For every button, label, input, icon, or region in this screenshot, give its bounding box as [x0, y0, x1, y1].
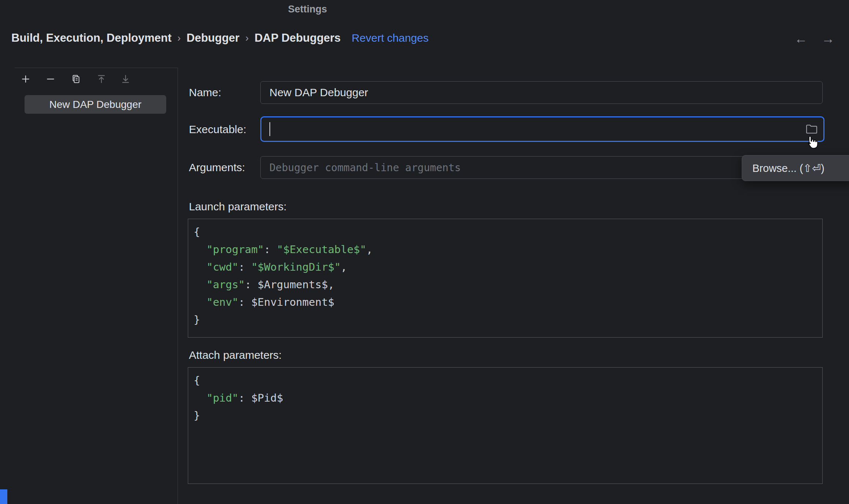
browse-tooltip: Browse... (⇧⏎) [742, 155, 849, 181]
move-up-button[interactable] [94, 72, 109, 86]
panel-top-divider [15, 68, 178, 68]
name-input[interactable] [261, 82, 822, 104]
move-down-icon [120, 74, 131, 84]
window-title: Settings [288, 4, 327, 15]
breadcrumb-item-build-execution-deployment[interactable]: Build, Execution, Deployment [11, 31, 172, 45]
remove-button[interactable] [43, 72, 58, 86]
debugger-list-item-selected[interactable]: New DAP Debugger [25, 95, 166, 114]
executable-field [260, 116, 824, 142]
breadcrumb: Build, Execution, Deployment › Debugger … [11, 31, 429, 45]
back-icon[interactable]: ← [794, 32, 808, 45]
text-caret [269, 122, 270, 136]
arguments-input[interactable] [261, 157, 822, 178]
add-icon [20, 74, 31, 84]
arguments-field [260, 156, 823, 179]
move-up-icon [96, 74, 107, 84]
move-down-button[interactable] [118, 72, 133, 86]
breadcrumb-item-dap-debuggers[interactable]: DAP Debuggers [254, 31, 340, 45]
browse-button[interactable] [804, 122, 819, 136]
window-corner-accent [0, 489, 7, 504]
copy-button[interactable] [68, 72, 83, 86]
executable-label: Executable: [189, 123, 246, 136]
launch-parameters-label: Launch parameters: [189, 200, 287, 213]
history-navigation: ← → [794, 32, 835, 45]
folder-icon [805, 124, 818, 135]
breadcrumb-item-debugger[interactable]: Debugger [187, 31, 240, 45]
breadcrumb-separator: › [245, 33, 249, 44]
forward-icon[interactable]: → [822, 32, 835, 45]
browse-tooltip-text: Browse... (⇧⏎) [752, 162, 824, 174]
name-field [260, 81, 823, 104]
panel-vertical-divider [178, 68, 178, 504]
remove-icon [45, 74, 56, 84]
copy-icon [70, 74, 81, 84]
launch-parameters-editor[interactable]: { "program": "$Executable$", "cwd": "$Wo… [188, 219, 823, 338]
attach-parameters-label: Attach parameters: [189, 349, 282, 361]
add-button[interactable] [18, 72, 33, 86]
attach-parameters-editor[interactable]: { "pid": $Pid$} [188, 367, 823, 484]
name-label: Name: [189, 86, 221, 99]
revert-changes-link[interactable]: Revert changes [352, 32, 429, 44]
executable-input[interactable] [261, 117, 823, 141]
arguments-label: Arguments: [189, 161, 245, 174]
breadcrumb-separator: › [177, 33, 182, 44]
